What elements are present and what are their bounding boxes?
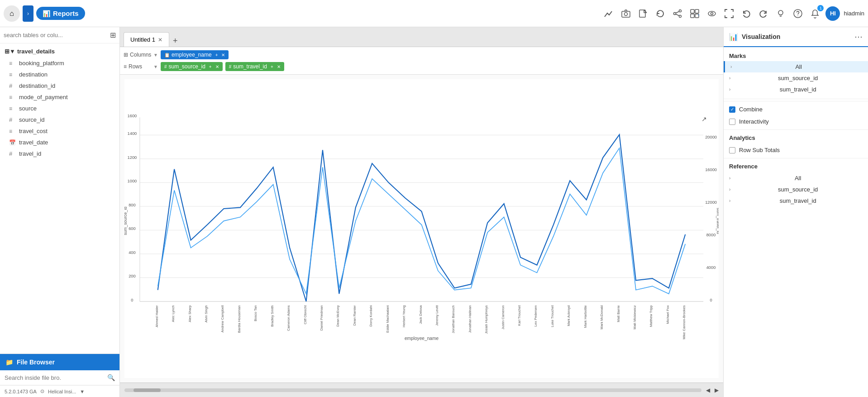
sidebar-item-mode-of-payment[interactable]: ≡ mode_of_payment	[0, 91, 119, 103]
file-browser-section: 📁 File Browser 🔍	[0, 354, 119, 385]
bulb-icon-btn[interactable]	[774, 7, 787, 20]
version-label: 5.2.0.1473 GA	[5, 389, 37, 394]
table-group-travel-details[interactable]: ⊞▼ travel_details	[0, 45, 119, 57]
search-icon[interactable]: 🔍	[107, 374, 115, 381]
employee-name-pill[interactable]: 📋 employee_name + ✕	[161, 50, 229, 59]
row-sub-totals-checkbox[interactable]	[729, 147, 735, 153]
undo-icon-btn[interactable]	[739, 7, 753, 20]
notification-button[interactable]: 1	[808, 7, 822, 20]
sidebar-tables: ⊞▼ travel_details ≡ booking_platform ≡ d…	[0, 43, 119, 354]
sidebar-item-source[interactable]: ≡ source	[0, 103, 119, 114]
sidebar-item-destination-id[interactable]: # destination_id	[0, 80, 119, 91]
camera-icon	[621, 9, 631, 19]
pill-label: employee_name	[172, 52, 212, 58]
camera-icon-btn[interactable]	[619, 7, 633, 20]
columns-dropdown-arrow[interactable]: ▼	[153, 53, 158, 57]
row-sub-totals-row: Row Sub Totals	[724, 144, 868, 156]
sum-travel-id-pill[interactable]: # sum_travel_id + ✕	[225, 62, 284, 71]
svg-text:Alvin Singh: Alvin Singh	[204, 305, 208, 322]
grid-view-button[interactable]: ⊞	[110, 31, 116, 39]
helical-label: Helical Insi...	[48, 389, 76, 394]
file-browser-header[interactable]: 📁 File Browser	[0, 354, 119, 370]
marks-row-sum-source-id[interactable]: › sum_source_id	[724, 72, 868, 84]
svg-text:Ahmed Haider: Ahmed Haider	[155, 305, 159, 327]
svg-text:Jonathan Barouch: Jonathan Barouch	[451, 305, 455, 333]
combine-row: ✓ Combine	[724, 103, 868, 115]
scrollbar-thumb	[134, 388, 161, 392]
reference-row-sum-source-id[interactable]: › sum_source_id	[724, 184, 868, 195]
export-icon-btn[interactable]	[636, 7, 650, 20]
main-area: ⊞ ⊞▼ travel_details ≡ booking_platform ≡…	[0, 27, 868, 397]
svg-text:Josiah Humphreys: Josiah Humphreys	[484, 305, 488, 334]
rows-dropdown-arrow[interactable]: ▼	[153, 64, 158, 69]
svg-text:600: 600	[129, 226, 136, 231]
marks-row-all[interactable]: › All	[724, 61, 868, 72]
number-icon: #	[9, 116, 15, 123]
sidebar-item-travel-cost[interactable]: ≡ travel_cost	[0, 125, 119, 137]
tab-close-button[interactable]: ✕	[158, 37, 162, 43]
tab-add-button[interactable]: +	[169, 35, 181, 47]
svg-text:800: 800	[129, 203, 136, 207]
svg-line-6	[676, 11, 680, 13]
scroll-icon-right[interactable]: ▶	[715, 387, 719, 393]
main-chart-svg: 0 200 400 600 800 1000 1200 1400 1600 su…	[124, 79, 719, 378]
pill-plus-btn[interactable]: +	[271, 64, 273, 69]
layout-icon-btn[interactable]	[688, 7, 701, 20]
pill-close-btn[interactable]: +	[215, 53, 218, 57]
row-sub-totals-label: Row Sub Totals	[739, 147, 780, 153]
svg-text:Cameron Adams: Cameron Adams	[286, 305, 291, 331]
left-sidebar: ⊞ ⊞▼ travel_details ≡ booking_platform ≡…	[0, 27, 120, 397]
svg-text:200: 200	[129, 274, 136, 278]
sidebar-item-destination[interactable]: ≡ destination	[0, 69, 119, 80]
line-chart-icon-btn[interactable]	[602, 7, 615, 20]
pill-plus-btn[interactable]: +	[209, 64, 212, 69]
columns-text: Columns	[130, 52, 151, 58]
file-browser-search-input[interactable]	[5, 374, 105, 381]
chevron-right-icon: ›	[729, 87, 730, 92]
pill-remove-btn[interactable]: ✕	[221, 53, 225, 57]
marks-all-label: All	[734, 63, 863, 70]
horizontal-scrollbar[interactable]	[124, 388, 701, 392]
sidebar-item-source-id[interactable]: # source_id	[0, 114, 119, 125]
text-icon: ≡	[9, 94, 15, 100]
interactivity-checkbox[interactable]	[729, 119, 735, 125]
chevron-right-icon: ›	[729, 76, 730, 81]
svg-rect-9	[695, 10, 699, 13]
svg-text:Mark Harbottle: Mark Harbottle	[583, 305, 587, 328]
eye-icon	[707, 9, 717, 19]
fields-bar: ⊞ Columns ▼ 📋 employee_name + ✕ ≡ Rows ▼	[120, 47, 723, 75]
table-expand-icon: ⊞▼	[5, 48, 15, 55]
tab-untitled-1[interactable]: Untitled 1 ✕	[124, 32, 169, 47]
search-input[interactable]	[4, 32, 107, 38]
pill-remove-btn[interactable]: ✕	[277, 64, 281, 69]
sum-source-id-pill[interactable]: # sum_source_id + ✕	[161, 62, 223, 71]
scroll-icon-left[interactable]: ◀	[706, 387, 710, 393]
reports-button[interactable]: 📊 Reports	[36, 7, 85, 20]
more-options-btn[interactable]: ⋯	[854, 32, 863, 42]
user-avatar[interactable]: HI	[825, 6, 840, 21]
expand-button[interactable]: ›	[23, 5, 33, 22]
sidebar-item-booking-platform[interactable]: ≡ booking_platform	[0, 57, 119, 69]
svg-text:employee_name: employee_name	[405, 336, 439, 341]
sidebar-search-bar: ⊞	[0, 27, 119, 43]
sidebar-item-travel-id[interactable]: # travel_id	[0, 148, 119, 159]
fullscreen-icon-btn[interactable]	[722, 7, 736, 20]
refresh-icon-btn[interactable]	[653, 7, 667, 20]
export-icon	[638, 9, 648, 19]
share-icon-btn[interactable]	[671, 7, 684, 20]
reference-row-sum-travel-id[interactable]: › sum_travel_id	[724, 195, 868, 206]
home-button[interactable]: ⌂	[4, 5, 20, 22]
help-icon-btn[interactable]	[791, 7, 805, 20]
reference-travel-id-label: sum_travel_id	[733, 197, 863, 204]
top-toolbar: ⌂ › 📊 Reports	[0, 0, 868, 27]
reference-row-all[interactable]: › All	[724, 172, 868, 184]
user-label: hiadmin	[844, 10, 864, 17]
marks-row-sum-travel-id[interactable]: › sum_travel_id	[724, 84, 868, 95]
svg-text:Dean McEvoy: Dean McEvoy	[336, 305, 340, 327]
sidebar-item-travel-date[interactable]: 📅 travel_date	[0, 137, 119, 148]
eye-icon-btn[interactable]	[705, 7, 719, 20]
sidebar-item-label: travel_date	[19, 139, 48, 146]
pill-remove-btn[interactable]: ✕	[215, 64, 219, 69]
redo-icon-btn[interactable]	[757, 7, 770, 20]
combine-checkbox[interactable]: ✓	[729, 106, 735, 113]
